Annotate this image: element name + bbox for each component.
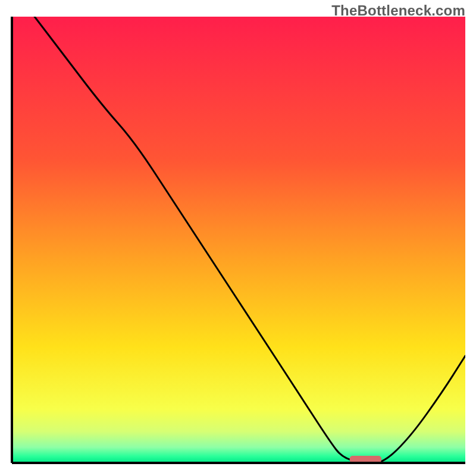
bottleneck-chart bbox=[11, 17, 465, 464]
gradient-background bbox=[12, 17, 465, 463]
chart-svg bbox=[11, 17, 465, 464]
watermark-label: TheBottleneck.com bbox=[331, 2, 465, 19]
chart-container: TheBottleneck.com bbox=[0, 0, 476, 476]
